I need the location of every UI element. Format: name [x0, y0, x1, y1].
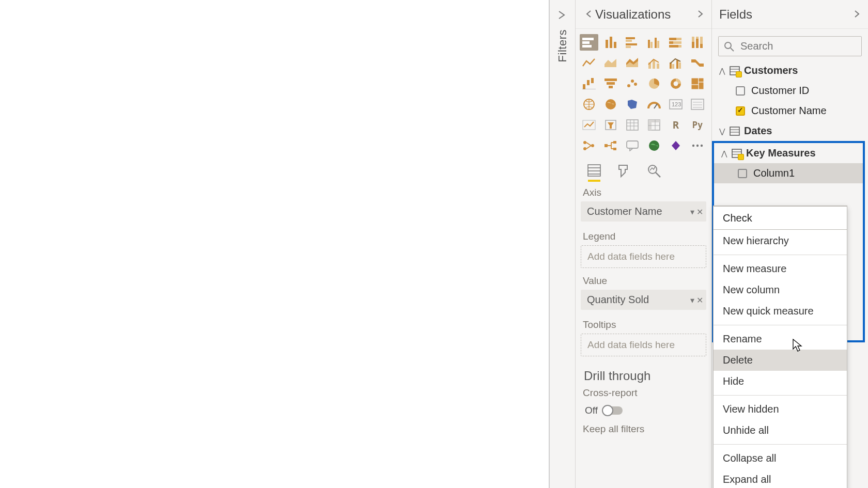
checkbox-icon[interactable] [736, 86, 745, 96]
viz-waterfall-icon[interactable] [580, 75, 598, 92]
svg-rect-17 [669, 41, 673, 44]
legend-label: Legend [576, 227, 711, 245]
viz-gallery: 123 [576, 29, 711, 156]
viz-treemap-icon[interactable] [688, 75, 707, 92]
viz-key-influencers-icon[interactable] [580, 137, 598, 154]
svg-text:123: 123 [672, 101, 681, 107]
viz-line-icon[interactable] [580, 55, 598, 71]
svg-point-72 [583, 147, 586, 150]
field-customer-id[interactable]: Customer ID [712, 81, 868, 101]
viz-shape-map-icon[interactable] [623, 96, 642, 113]
tooltips-well[interactable]: Add data fields here [581, 334, 706, 356]
fields-tab[interactable] [585, 161, 603, 180]
menu-unhide-all[interactable]: Unhide all [714, 420, 847, 441]
expand-filters-icon[interactable] [558, 10, 567, 22]
table-icon [730, 66, 740, 75]
viz-scatter-icon[interactable] [623, 75, 642, 92]
svg-rect-48 [699, 82, 704, 89]
menu-new-hierarchy[interactable]: New hierarchy [714, 230, 847, 251]
svg-rect-32 [679, 62, 681, 69]
viz-100-stacked-column-icon[interactable] [688, 34, 707, 51]
remove-field-icon[interactable]: ✕ [696, 295, 703, 305]
menu-new-measure[interactable]: New measure [714, 258, 847, 279]
field-customer-name[interactable]: Customer Name [712, 101, 868, 121]
menu-collapse-all[interactable]: Collapse all [714, 448, 847, 469]
viz-stacked-column-icon[interactable] [601, 34, 620, 51]
viz-stacked-bar-icon[interactable] [580, 34, 598, 51]
svg-rect-19 [669, 45, 678, 48]
svg-rect-68 [648, 120, 652, 130]
viz-line-clustered-column-icon[interactable] [667, 55, 685, 71]
viz-filled-map-icon[interactable] [601, 96, 620, 113]
viz-donut-icon[interactable] [667, 75, 685, 92]
svg-rect-55 [691, 99, 704, 109]
legend-well[interactable]: Add data fields here [581, 245, 706, 268]
viz-card-icon[interactable]: 123 [667, 96, 685, 113]
viz-area-icon[interactable] [601, 55, 620, 71]
viz-slicer-icon[interactable] [601, 117, 620, 133]
report-canvas[interactable] [0, 0, 550, 488]
format-tab[interactable] [615, 161, 633, 180]
menu-view-hidden[interactable]: View hidden [714, 399, 847, 420]
viz-pie-icon[interactable] [645, 75, 663, 92]
search-input[interactable] [739, 40, 856, 53]
collapse-viz-icon[interactable] [583, 8, 595, 20]
expand-viz-icon[interactable] [694, 8, 706, 20]
svg-rect-31 [676, 60, 678, 69]
viz-map-icon[interactable] [580, 96, 598, 113]
remove-field-icon[interactable]: ✕ [696, 207, 703, 216]
menu-expand-all[interactable]: Expand all [714, 469, 847, 488]
expand-fields-icon[interactable] [850, 8, 863, 20]
viz-line-stacked-column-icon[interactable] [645, 55, 663, 71]
viz-more-icon[interactable] [688, 137, 707, 154]
viz-100-stacked-bar-icon[interactable] [667, 34, 685, 51]
viz-stacked-area-icon[interactable] [623, 55, 642, 71]
menu-new-column[interactable]: New column [714, 279, 847, 301]
svg-point-80 [696, 145, 699, 147]
value-field-pill[interactable]: Quantity Sold ▾ ✕ [581, 290, 706, 310]
checkbox-checked-icon[interactable] [736, 106, 745, 116]
viz-arcgis-icon[interactable] [645, 137, 663, 154]
viz-ribbon-icon[interactable] [688, 55, 707, 71]
table-dates[interactable]: ⋁ Dates [712, 121, 868, 141]
chevron-down-icon[interactable]: ▾ [690, 295, 694, 305]
svg-point-81 [701, 145, 703, 147]
checkbox-icon[interactable] [738, 169, 747, 178]
filters-pane-collapsed[interactable]: Filters [550, 0, 576, 488]
toggle-track[interactable] [603, 406, 623, 415]
viz-py-icon[interactable]: Py [688, 117, 707, 133]
table-icon [730, 127, 740, 136]
viz-powerapps-icon[interactable] [667, 137, 685, 154]
viz-clustered-column-icon[interactable] [645, 34, 663, 51]
menu-hide[interactable]: Hide [714, 371, 847, 392]
viz-qna-icon[interactable] [623, 137, 642, 154]
viz-clustered-bar-icon[interactable] [623, 34, 642, 51]
menu-new-quick-measure[interactable]: New quick measure [714, 301, 847, 322]
table-key-measures[interactable]: ⋀ Key Measures [714, 143, 863, 163]
viz-table-icon[interactable] [623, 117, 642, 133]
cross-report-label: Cross-report [576, 386, 711, 402]
axis-field-pill[interactable]: Customer Name ▾ ✕ [581, 201, 706, 222]
menu-delete[interactable]: Delete [714, 350, 847, 371]
svg-rect-77 [627, 141, 638, 148]
table-customers[interactable]: ⋀ Customers [712, 60, 868, 81]
svg-rect-33 [583, 84, 585, 89]
viz-multirow-card-icon[interactable] [688, 96, 707, 113]
field-column1[interactable]: Column1 [714, 163, 863, 183]
viz-funnel-icon[interactable] [601, 75, 620, 92]
viz-matrix-icon[interactable] [645, 117, 663, 133]
viz-gauge-icon[interactable] [645, 96, 663, 113]
menu-rename[interactable]: Rename [714, 328, 847, 350]
context-menu-item-check[interactable]: Check [713, 206, 847, 230]
svg-rect-49 [691, 85, 699, 89]
cross-report-toggle[interactable]: Off [576, 402, 711, 422]
viz-r-icon[interactable]: R [667, 117, 685, 133]
fields-search[interactable] [718, 36, 862, 56]
analytics-tab[interactable] [645, 161, 663, 180]
chevron-down-icon[interactable]: ▾ [690, 207, 694, 216]
viz-decomposition-icon[interactable] [601, 137, 620, 154]
fields-title: Fields [719, 7, 850, 22]
visualizations-title: Visualizations [595, 7, 694, 22]
viz-kpi-icon[interactable] [580, 117, 598, 133]
toggle-off-text: Off [585, 405, 598, 416]
